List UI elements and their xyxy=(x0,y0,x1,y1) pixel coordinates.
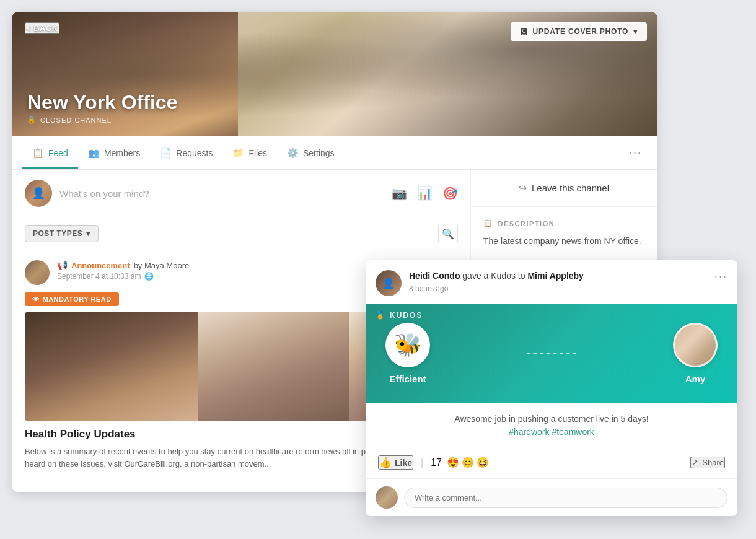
kudos-card-header: 👤 Heidi Condo gave a Kudos to Mimi Apple… xyxy=(366,260,737,304)
leave-icon: ↪ xyxy=(519,182,527,194)
kudos-to-name: Amy xyxy=(685,374,706,384)
kudos-action: gave a Kudos to xyxy=(462,271,527,281)
description-text: The latest company news from NY office. xyxy=(483,235,644,248)
kudos-dashed-line xyxy=(527,353,576,354)
description-title: DESCRIPTION xyxy=(498,220,555,227)
description-section: 📋 DESCRIPTION The latest company news fr… xyxy=(471,207,657,260)
channel-title-area: New York Office 🔒 CLOSED CHANNEL xyxy=(27,92,177,124)
composer-icons: 📷 📊 🎯 xyxy=(392,186,458,201)
tab-requests[interactable]: 📄 Requests xyxy=(150,138,222,169)
kudos-more-button[interactable]: ··· xyxy=(714,270,727,283)
share-label: Share xyxy=(702,458,724,467)
post-author-avatar xyxy=(25,260,50,285)
comment-input[interactable] xyxy=(404,488,727,508)
like-label: Like xyxy=(395,458,412,468)
post-types-button[interactable]: POST TYPES ▾ xyxy=(25,225,99,242)
search-icon: 🔍 xyxy=(442,228,454,240)
composer-avatar: 👤 xyxy=(25,180,52,207)
kudos-sender-name: Heidi Condo xyxy=(409,271,460,281)
settings-icon: ⚙️ xyxy=(287,147,299,159)
share-button[interactable]: ↗ Share xyxy=(690,457,725,468)
kudos-comment-area xyxy=(366,478,737,516)
reaction-emojis: 😍 😊 😆 xyxy=(447,457,489,468)
back-button[interactable]: < BACK xyxy=(25,22,59,34)
photo-icon: 🖼 xyxy=(520,27,528,36)
tabs-bar: 📋 Feed 👥 Members 📄 Requests 📁 Files ⚙️ S… xyxy=(12,136,657,170)
leave-channel-label: Leave this channel xyxy=(532,183,609,193)
tabs-more-button[interactable]: ··· xyxy=(624,136,647,169)
leave-channel-button[interactable]: ↪ Leave this channel xyxy=(471,170,657,207)
user-avatar: 👤 xyxy=(25,180,52,207)
update-cover-label: UPDATE COVER PHOTO xyxy=(533,27,629,36)
post-type-name: Announcement xyxy=(71,261,130,270)
heart-eyes-emoji: 😍 xyxy=(447,457,459,468)
chart-icon[interactable]: 📊 xyxy=(417,186,433,201)
post-types-label: POST TYPES xyxy=(33,229,82,238)
kudos-recipient-name: Mimi Appleby xyxy=(527,271,584,281)
composer-input-placeholder[interactable]: What's on your mind? xyxy=(59,188,384,199)
description-label: 📋 DESCRIPTION xyxy=(483,219,644,227)
kudos-hashtags: #hardwork #teamwork xyxy=(509,427,594,437)
like-count: 17 xyxy=(431,457,442,468)
kudos-visual: 🏅 KUDOS 🐝 Efficient Amy xyxy=(366,304,737,403)
kudos-message: Awesome job in pushing a customer live i… xyxy=(366,403,737,444)
kudos-actions: 👍 Like | 17 😍 😊 😆 ↗ Share xyxy=(366,449,737,478)
camera-icon[interactable]: 📷 xyxy=(392,186,407,201)
members-icon: 👥 xyxy=(88,147,100,159)
post-author: by Maya Moore xyxy=(134,261,190,270)
kudos-label-bar: 🏅 KUDOS xyxy=(376,311,423,320)
thumbs-up-icon: 👍 xyxy=(379,457,392,468)
lock-icon: 🔒 xyxy=(27,116,37,124)
share-icon: ↗ xyxy=(692,458,698,467)
sender-avatar-img: 👤 xyxy=(382,278,395,289)
post-types-bar: POST TYPES ▾ 🔍 xyxy=(12,217,470,250)
image-person-2 xyxy=(198,312,350,421)
update-cover-button[interactable]: 🖼 UPDATE COVER PHOTO ▾ xyxy=(511,22,647,41)
feed-icon: 📋 xyxy=(32,147,44,159)
files-icon: 📁 xyxy=(232,147,244,159)
kudos-from-avatar: 🐝 xyxy=(385,323,430,367)
kudos-from: 🐝 Efficient xyxy=(385,323,430,384)
kudos-message-text: Awesome job in pushing a customer live i… xyxy=(454,414,648,424)
smile-emoji: 😊 xyxy=(462,457,474,468)
description-icon: 📋 xyxy=(483,219,493,227)
post-search-button[interactable]: 🔍 xyxy=(438,224,458,243)
eye-icon: 👁 xyxy=(32,296,40,303)
reaction-divider: | xyxy=(421,457,423,468)
image-person-1 xyxy=(25,312,198,421)
like-button[interactable]: 👍 Like xyxy=(378,455,413,470)
mandatory-badge: 👁 MANDATORY READ xyxy=(25,292,119,306)
poll-icon[interactable]: 🎯 xyxy=(442,186,458,201)
kudos-from-name: Efficient xyxy=(389,374,426,384)
chevron-down-icon: ▾ xyxy=(633,27,638,36)
kudos-time: 8 hours ago xyxy=(409,284,707,293)
kudos-to-avatar xyxy=(673,323,718,367)
comment-user-avatar xyxy=(376,486,398,509)
kudos-title: Heidi Condo gave a Kudos to Mimi Appleby xyxy=(409,270,707,283)
kudos-to: Amy xyxy=(673,323,718,384)
kudos-badge-icon: 🏅 xyxy=(376,311,386,320)
tab-settings[interactable]: ⚙️ Settings xyxy=(277,138,345,169)
post-timestamp: September 4 at 10:33 am xyxy=(57,272,141,281)
tab-files[interactable]: 📁 Files xyxy=(222,138,277,169)
kudos-header-text: Heidi Condo gave a Kudos to Mimi Appleby… xyxy=(409,270,707,293)
kudos-card: 👤 Heidi Condo gave a Kudos to Mimi Apple… xyxy=(366,260,737,516)
globe-icon: 🌐 xyxy=(144,272,154,281)
like-section: 👍 Like | 17 😍 😊 😆 xyxy=(378,455,489,470)
channel-type-label: CLOSED CHANNEL xyxy=(40,116,112,124)
tab-feed[interactable]: 📋 Feed xyxy=(22,138,78,169)
requests-icon: 📄 xyxy=(160,147,172,159)
announcement-icon: 📢 xyxy=(57,260,68,270)
channel-type: 🔒 CLOSED CHANNEL xyxy=(27,116,177,124)
kudos-connector xyxy=(430,353,673,354)
tab-settings-label: Settings xyxy=(303,148,335,158)
kudos-label-text: KUDOS xyxy=(390,311,423,320)
tab-files-label: Files xyxy=(248,148,267,158)
tab-members[interactable]: 👥 Members xyxy=(78,138,150,169)
laughing-emoji: 😆 xyxy=(477,457,489,468)
post-composer: 👤 What's on your mind? 📷 📊 🎯 xyxy=(12,170,470,217)
channel-name: New York Office xyxy=(27,92,177,113)
cover-photo: < BACK 🖼 UPDATE COVER PHOTO ▾ New York O… xyxy=(12,12,657,136)
kudos-sender-avatar: 👤 xyxy=(376,270,402,296)
mandatory-label: MANDATORY READ xyxy=(43,296,112,303)
